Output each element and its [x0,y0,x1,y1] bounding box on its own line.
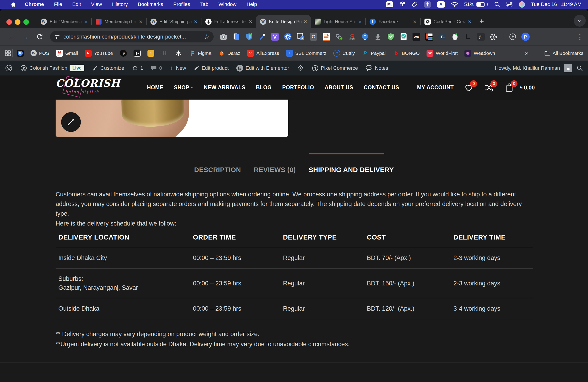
menubar-clock[interactable]: Tue Dec 16 11:49 AM [531,1,582,7]
ublock-shield-extension-icon[interactable] [244,32,254,41]
apps-grid-icon[interactable] [5,50,11,57]
all-bookmarks-button[interactable]: All Bookmarks [544,51,583,56]
howdy-account-menu[interactable]: Howdy, Md. Khalilur Rahman [495,65,560,71]
updates-menu[interactable]: 1 [132,65,143,71]
f-dot-extension-icon[interactable]: F [437,32,447,41]
close-tab-icon[interactable]: × [357,19,363,24]
link-chain-extension-icon[interactable] [335,32,344,41]
paperclip-icon[interactable] [412,1,418,8]
onepassword-keys-icon[interactable] [399,1,406,8]
tab-membership-le[interactable]: Membership Le × [92,15,146,28]
gear-blue-extension-icon[interactable] [283,32,293,41]
tab-light-house[interactable]: Light House Sm × [311,15,365,28]
menubar-help[interactable]: Help [247,1,257,7]
tab-knife-design-active[interactable]: W Knife Design Po × [256,15,311,28]
wifi-icon[interactable] [451,1,458,7]
speed-shield-icon[interactable] [508,32,518,41]
chrome-menu-icon[interactable]: ⋮ [577,33,584,41]
menubar-history[interactable]: History [112,1,128,7]
pin-blue-extension-icon[interactable] [360,32,370,41]
l-black-extension-icon[interactable]: L [463,32,473,41]
bookmark-daraz[interactable]: Daraz [218,50,240,57]
nav-blog[interactable]: BLOG [256,84,272,91]
nav-about-us[interactable]: ABOUT US [325,84,353,91]
bookmark-hostinger[interactable]: H [161,50,168,57]
a-status-icon[interactable]: A [437,1,445,8]
clipboard-extension-icon[interactable] [231,32,241,41]
admin-search-icon[interactable] [577,65,583,71]
tab-edit-shipping[interactable]: W Edit "Shipping a × [147,15,201,28]
bookmark-chatgpt[interactable] [175,50,182,57]
bookmark-weadown[interactable]: Weadown [464,50,495,57]
close-tab-icon[interactable]: × [467,19,472,24]
close-tab-icon[interactable]: × [412,19,418,24]
v-purple-extension-icon[interactable] [270,32,280,41]
eyedropper-extension-icon[interactable] [257,32,267,41]
site-name-menu[interactable]: Colorish Fashion Live [20,65,84,72]
shield-green-extension-icon[interactable] [386,32,396,41]
control-center-icon[interactable] [506,1,513,7]
download-arrow-extension-icon[interactable] [373,32,383,41]
bookmarks-overflow-chevron[interactable]: » [525,50,528,57]
o-dark-extension-icon[interactable]: O [309,32,318,41]
tab-edit-membership[interactable]: W Edit "Membersh × [37,15,91,28]
nav-portfolio[interactable]: PORTFOLIO [282,84,314,91]
bookmark-worldfirst[interactable]: WWorldFirst [426,50,458,57]
my-account-link[interactable]: MY ACCOUNT [417,84,454,91]
site-logo[interactable]: COLORISH being stylish [56,77,99,94]
back-button[interactable]: ← [8,33,15,41]
edit-product-menu[interactable]: Edit product [194,65,229,71]
url-text[interactable]: colorishfashion.com/product/knife-design… [63,34,204,40]
wp-logo-menu[interactable] [5,64,12,72]
nav-contact-us[interactable]: CONTACT US [364,84,399,91]
new-tab-button[interactable]: + [479,17,484,26]
address-bar[interactable]: colorishfashion.com/product/knife-design… [50,31,214,42]
menubar-window[interactable]: Window [218,1,236,7]
seo-extension-icon[interactable]: SSEO [347,32,357,41]
menubar-m-status-icon[interactable]: M. [386,1,393,7]
tab-description[interactable]: DESCRIPTION [194,166,241,174]
tab-facebook[interactable]: f Facebook × [366,15,420,28]
customize-menu[interactable]: Customize [92,65,124,71]
edit-with-elementor-menu[interactable]: Edit with Elementor [236,65,289,72]
nav-shop[interactable]: SHOP [174,84,193,91]
notes-menu[interactable]: Notes [366,65,388,71]
element-pack-menu[interactable] [297,65,304,72]
menubar-file[interactable]: File [54,1,62,7]
menubar-bookmarks[interactable]: Bookmarks [138,1,163,7]
mail-check-extension-icon[interactable] [399,32,408,41]
forward-button[interactable]: → [22,33,29,41]
menubar-edit[interactable]: Edit [72,1,81,7]
wa-extension-icon[interactable]: WA [412,32,421,41]
wishlist-button[interactable]: 0 [464,83,474,93]
screenshot-camera-extension-icon[interactable] [219,32,228,41]
apple-icon[interactable] [11,1,17,7]
close-tab-icon[interactable]: × [83,19,89,24]
bookmark-youtube[interactable]: YouTube [85,50,113,57]
bookmark-figma[interactable]: Figma [189,50,211,57]
nav-home[interactable]: HOME [147,84,163,91]
user-avatar[interactable] [564,64,572,72]
close-tab-icon[interactable]: × [138,19,144,24]
bookmark-gmail[interactable]: M100+Gmail [56,50,78,57]
minimize-window-button[interactable] [15,19,21,25]
menubar-profiles[interactable]: Profiles [173,1,190,7]
bookmark-sslcommerz[interactable]: ZSSL Commerz [286,50,326,57]
pixel-commerce-menu[interactable]: Pixel Commerce [312,65,358,72]
tab-search-button[interactable] [574,15,586,27]
close-window-button[interactable] [6,19,12,25]
nav-new-arrivals[interactable]: NEW ARRIVALS [204,84,245,91]
siri-icon[interactable] [519,1,525,8]
menubar-view[interactable]: View [91,1,102,7]
bookmark-paypal[interactable]: PPaypal [362,50,386,57]
tab-shipping-and-delivery[interactable]: SHIPPING AND DELIVERY [309,166,394,174]
notes-orange-extension-icon[interactable] [322,32,331,41]
battery-indicator[interactable]: 51% [464,1,488,7]
spotlight-search-icon[interactable] [494,1,500,7]
bookmark-aliexpress[interactable]: AliExpress [247,50,279,57]
bookmark-door[interactable] [134,50,141,57]
close-tab-icon[interactable]: × [303,19,308,24]
profile-p-icon[interactable]: P [521,32,530,41]
close-tab-icon[interactable]: × [193,19,198,24]
bookmark-upwork[interactable]: up [120,50,127,57]
